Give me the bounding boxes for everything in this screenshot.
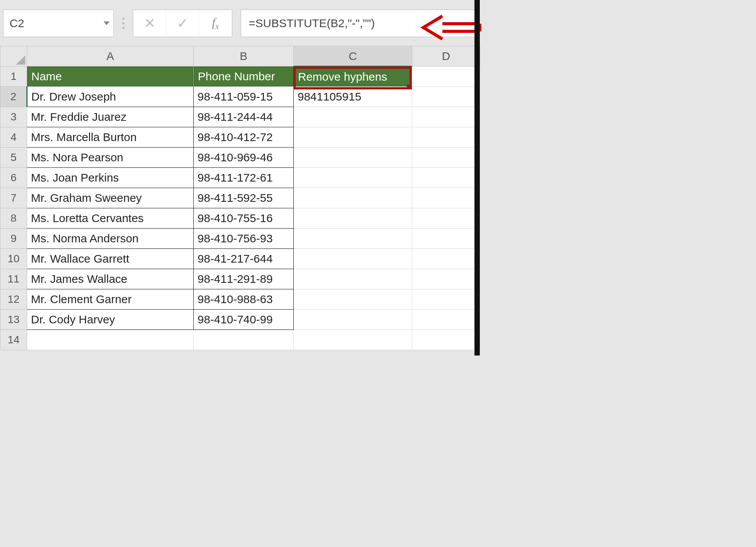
row-3: 3 Mr. Freddie Juarez 98-411-244-44 bbox=[0, 107, 480, 127]
enter-button[interactable]: ✓ bbox=[166, 10, 199, 37]
cell-C3[interactable] bbox=[294, 107, 412, 127]
cell-A10[interactable]: Mr. Wallace Garrett bbox=[27, 249, 194, 269]
cell-C5[interactable] bbox=[294, 148, 412, 168]
cell-C12[interactable] bbox=[294, 289, 412, 310]
worksheet[interactable]: A B C D 1 Name Phone Number Remove hyphe… bbox=[0, 46, 480, 350]
cell-C2[interactable]: 9841105915 bbox=[294, 87, 412, 107]
cell-A7[interactable]: Mr. Graham Sweeney bbox=[27, 188, 194, 208]
cell-C10[interactable] bbox=[294, 249, 412, 269]
drag-handle-icon[interactable] bbox=[122, 18, 125, 29]
cell-C4[interactable] bbox=[294, 127, 412, 148]
cell-B7[interactable]: 98-411-592-55 bbox=[194, 188, 294, 208]
row-6: 6 Ms. Joan Perkins 98-411-172-61 bbox=[0, 168, 480, 188]
cell-C13[interactable] bbox=[294, 310, 412, 330]
row-5: 5 Ms. Nora Pearson 98-410-969-46 bbox=[0, 148, 480, 168]
row-header-6[interactable]: 6 bbox=[0, 168, 27, 188]
cell-A13[interactable]: Dr. Cody Harvey bbox=[27, 310, 194, 330]
header-cell-phone[interactable]: Phone Number bbox=[194, 67, 293, 86]
row-2: 2 Dr. Drew Joseph 98-411-059-15 98411059… bbox=[0, 87, 480, 107]
x-icon: ✕ bbox=[144, 15, 155, 31]
row-header-3[interactable]: 3 bbox=[0, 107, 27, 127]
grid[interactable]: A B C D 1 Name Phone Number Remove hyphe… bbox=[0, 46, 480, 350]
row-8: 8 Ms. Loretta Cervantes 98-410-755-16 bbox=[0, 208, 480, 229]
cell-B9[interactable]: 98-410-756-93 bbox=[194, 229, 294, 249]
cell-A14[interactable] bbox=[27, 330, 194, 350]
cell-A12[interactable]: Mr. Clement Garner bbox=[27, 289, 194, 310]
cell-C11[interactable] bbox=[294, 269, 412, 289]
row-header-1[interactable]: 1 bbox=[0, 67, 27, 87]
row-header-4[interactable]: 4 bbox=[0, 127, 27, 148]
cell-B13[interactable]: 98-410-740-99 bbox=[194, 310, 294, 330]
cell-D11[interactable] bbox=[412, 269, 480, 289]
cell-B2[interactable]: 98-411-059-15 bbox=[194, 87, 294, 107]
cell-D7[interactable] bbox=[412, 188, 480, 208]
cell-A3[interactable]: Mr. Freddie Juarez bbox=[27, 107, 194, 127]
cell-D14[interactable] bbox=[412, 330, 480, 350]
cell-C6[interactable] bbox=[294, 168, 412, 188]
formula-buttons: ✕ ✓ fx bbox=[133, 10, 232, 37]
cell-D5[interactable] bbox=[412, 148, 480, 168]
select-all-corner[interactable] bbox=[0, 46, 27, 67]
cell-B8[interactable]: 98-410-755-16 bbox=[194, 208, 294, 229]
cell-A5[interactable]: Ms. Nora Pearson bbox=[27, 148, 194, 168]
row-header-10[interactable]: 10 bbox=[0, 249, 27, 269]
right-border-strip bbox=[474, 0, 480, 355]
row-header-13[interactable]: 13 bbox=[0, 310, 27, 330]
cell-B6[interactable]: 98-411-172-61 bbox=[194, 168, 294, 188]
row-10: 10 Mr. Wallace Garrett 98-41-217-644 bbox=[0, 249, 480, 269]
cell-B12[interactable]: 98-410-988-63 bbox=[194, 289, 294, 310]
cell-D6[interactable] bbox=[412, 168, 480, 188]
header-cell-name[interactable]: Name bbox=[27, 67, 193, 86]
cell-D9[interactable] bbox=[412, 229, 480, 249]
cell-C8[interactable] bbox=[294, 208, 412, 229]
row-header-12[interactable]: 12 bbox=[0, 289, 27, 310]
row-header-5[interactable]: 5 bbox=[0, 148, 27, 168]
column-header-B[interactable]: B bbox=[194, 46, 294, 67]
cell-B10[interactable]: 98-41-217-644 bbox=[194, 249, 294, 269]
cell-A9[interactable]: Ms. Norma Anderson bbox=[27, 229, 194, 249]
row-header-14[interactable]: 14 bbox=[0, 330, 27, 350]
cell-A4[interactable]: Mrs. Marcella Burton bbox=[27, 127, 194, 148]
column-header-row: A B C D bbox=[0, 46, 480, 67]
row-header-7[interactable]: 7 bbox=[0, 188, 27, 208]
name-box[interactable]: C2 bbox=[3, 10, 114, 37]
cell-A2[interactable]: Dr. Drew Joseph bbox=[27, 87, 194, 107]
cell-C14[interactable] bbox=[294, 330, 412, 350]
cell-C9[interactable] bbox=[294, 229, 412, 249]
header-cell-remove-hyphens[interactable]: Remove hyphens bbox=[294, 67, 412, 86]
cell-D3[interactable] bbox=[412, 107, 480, 127]
cell-D10[interactable] bbox=[412, 249, 480, 269]
cell-A8[interactable]: Ms. Loretta Cervantes bbox=[27, 208, 194, 229]
chevron-down-icon[interactable] bbox=[104, 21, 110, 25]
formula-input[interactable]: =SUBSTITUTE(B2,"-","") bbox=[241, 10, 477, 37]
insert-function-button[interactable]: fx bbox=[199, 10, 232, 37]
row-14: 14 bbox=[0, 330, 480, 350]
column-header-D[interactable]: D bbox=[412, 46, 480, 67]
row-header-8[interactable]: 8 bbox=[0, 208, 27, 229]
row-header-2[interactable]: 2 bbox=[0, 87, 27, 107]
cell-B3[interactable]: 98-411-244-44 bbox=[194, 107, 294, 127]
column-header-C[interactable]: C bbox=[294, 46, 412, 67]
row-12: 12 Mr. Clement Garner 98-410-988-63 bbox=[0, 289, 480, 310]
row-header-9[interactable]: 9 bbox=[0, 229, 27, 249]
cell-D8[interactable] bbox=[412, 208, 480, 229]
cell-A11[interactable]: Mr. James Wallace bbox=[27, 269, 194, 289]
cell-D4[interactable] bbox=[412, 127, 480, 148]
cell-B14[interactable] bbox=[194, 330, 294, 350]
cell-B11[interactable]: 98-411-291-89 bbox=[194, 269, 294, 289]
cancel-button[interactable]: ✕ bbox=[133, 10, 166, 37]
row-13: 13 Dr. Cody Harvey 98-410-740-99 bbox=[0, 310, 480, 330]
column-header-A[interactable]: A bbox=[27, 46, 194, 67]
cell-D2[interactable] bbox=[412, 87, 480, 107]
check-icon: ✓ bbox=[177, 15, 188, 31]
cell-D12[interactable] bbox=[412, 289, 480, 310]
cell-B4[interactable]: 98-410-412-72 bbox=[194, 127, 294, 148]
cell-A6[interactable]: Ms. Joan Perkins bbox=[27, 168, 194, 188]
cell-D13[interactable] bbox=[412, 310, 480, 330]
row-header-11[interactable]: 11 bbox=[0, 269, 27, 289]
cell-D1[interactable] bbox=[412, 67, 480, 87]
row-1: 1 Name Phone Number Remove hyphens bbox=[0, 67, 480, 87]
cell-C7[interactable] bbox=[294, 188, 412, 208]
row-9: 9 Ms. Norma Anderson 98-410-756-93 bbox=[0, 229, 480, 249]
cell-B5[interactable]: 98-410-969-46 bbox=[194, 148, 294, 168]
